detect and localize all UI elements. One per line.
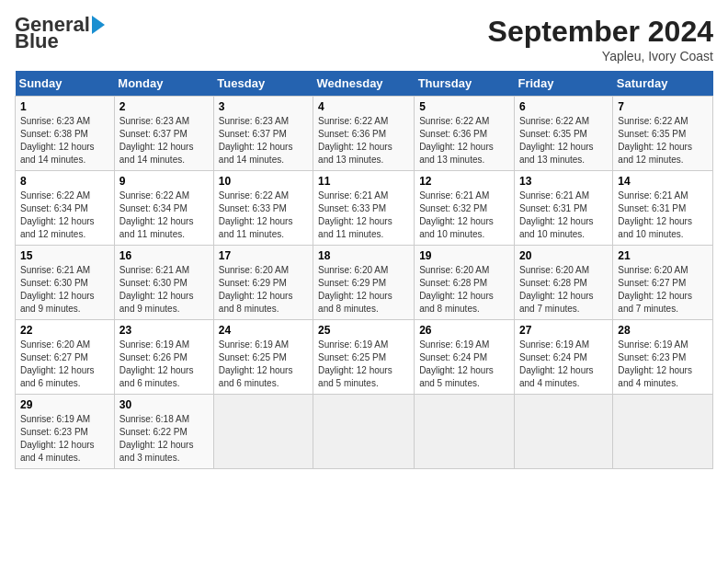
day-number: 29: [20, 398, 109, 411]
day-info: Sunrise: 6:23 AMSunset: 6:37 PMDaylight:…: [119, 116, 194, 165]
header-row: Sunday Monday Tuesday Wednesday Thursday…: [16, 71, 713, 97]
col-friday: Friday: [514, 71, 612, 97]
calendar-day-cell: 5 Sunrise: 6:22 AMSunset: 6:36 PMDayligh…: [415, 97, 515, 171]
col-saturday: Saturday: [613, 71, 713, 97]
col-monday: Monday: [114, 71, 213, 97]
day-number: 3: [219, 100, 308, 113]
day-info: Sunrise: 6:20 AMSunset: 6:28 PMDaylight:…: [519, 265, 594, 314]
day-info: Sunrise: 6:19 AMSunset: 6:25 PMDaylight:…: [219, 339, 293, 388]
calendar-day-cell: 2 Sunrise: 6:23 AMSunset: 6:37 PMDayligh…: [114, 97, 213, 171]
page-header: General Blue September 2024 Yapleu, Ivor…: [15, 15, 713, 63]
day-number: 4: [318, 100, 409, 113]
day-number: 11: [318, 175, 409, 188]
day-info: Sunrise: 6:19 AMSunset: 6:23 PMDaylight:…: [20, 414, 95, 463]
day-number: 12: [419, 175, 509, 188]
day-number: 16: [119, 249, 209, 262]
calendar-table: Sunday Monday Tuesday Wednesday Thursday…: [15, 71, 713, 469]
logo: General Blue: [15, 15, 105, 52]
calendar-day-cell: 6 Sunrise: 6:22 AMSunset: 6:35 PMDayligh…: [514, 97, 612, 171]
day-info: Sunrise: 6:19 AMSunset: 6:25 PMDaylight:…: [318, 339, 392, 388]
col-thursday: Thursday: [415, 71, 515, 97]
calendar-day-cell: 19 Sunrise: 6:20 AMSunset: 6:28 PMDaylig…: [415, 246, 515, 320]
calendar-day-cell: 13 Sunrise: 6:21 AMSunset: 6:31 PMDaylig…: [514, 171, 612, 246]
day-info: Sunrise: 6:22 AMSunset: 6:34 PMDaylight:…: [20, 190, 95, 239]
day-number: 30: [119, 398, 209, 411]
calendar-day-cell: 12 Sunrise: 6:21 AMSunset: 6:32 PMDaylig…: [415, 171, 515, 246]
logo-arrow-icon: [92, 16, 105, 34]
day-info: Sunrise: 6:22 AMSunset: 6:35 PMDaylight:…: [618, 116, 692, 165]
calendar-week-row: 8 Sunrise: 6:22 AMSunset: 6:34 PMDayligh…: [16, 171, 713, 246]
day-number: 24: [219, 324, 308, 337]
day-number: 18: [318, 249, 409, 262]
day-info: Sunrise: 6:19 AMSunset: 6:26 PMDaylight:…: [119, 339, 194, 388]
calendar-day-cell: 21 Sunrise: 6:20 AMSunset: 6:27 PMDaylig…: [613, 246, 713, 320]
calendar-day-cell: 26 Sunrise: 6:19 AMSunset: 6:24 PMDaylig…: [415, 320, 515, 395]
day-info: Sunrise: 6:20 AMSunset: 6:29 PMDaylight:…: [219, 265, 293, 314]
calendar-day-cell: 23 Sunrise: 6:19 AMSunset: 6:26 PMDaylig…: [114, 320, 213, 395]
calendar-day-cell: [415, 395, 515, 469]
day-number: 2: [119, 100, 209, 113]
calendar-day-cell: 22 Sunrise: 6:20 AMSunset: 6:27 PMDaylig…: [16, 320, 115, 395]
calendar-week-row: 29 Sunrise: 6:19 AMSunset: 6:23 PMDaylig…: [16, 395, 713, 469]
month-title: September 2024: [488, 15, 713, 49]
day-number: 13: [519, 175, 608, 188]
calendar-day-cell: 15 Sunrise: 6:21 AMSunset: 6:30 PMDaylig…: [16, 246, 115, 320]
calendar-day-cell: [514, 395, 612, 469]
day-number: 5: [419, 100, 509, 113]
logo-blue: Blue: [15, 31, 59, 52]
day-number: 15: [20, 249, 109, 262]
calendar-week-row: 22 Sunrise: 6:20 AMSunset: 6:27 PMDaylig…: [16, 320, 713, 395]
day-info: Sunrise: 6:19 AMSunset: 6:23 PMDaylight:…: [618, 339, 692, 388]
day-info: Sunrise: 6:18 AMSunset: 6:22 PMDaylight:…: [119, 414, 194, 463]
calendar-day-cell: 24 Sunrise: 6:19 AMSunset: 6:25 PMDaylig…: [213, 320, 313, 395]
day-number: 6: [519, 100, 608, 113]
day-number: 23: [119, 324, 209, 337]
calendar-day-cell: 1 Sunrise: 6:23 AMSunset: 6:38 PMDayligh…: [16, 97, 115, 171]
day-info: Sunrise: 6:20 AMSunset: 6:29 PMDaylight:…: [318, 265, 392, 314]
day-info: Sunrise: 6:22 AMSunset: 6:33 PMDaylight:…: [219, 190, 293, 239]
calendar-week-row: 15 Sunrise: 6:21 AMSunset: 6:30 PMDaylig…: [16, 246, 713, 320]
day-number: 21: [618, 249, 708, 262]
col-sunday: Sunday: [16, 71, 115, 97]
calendar-day-cell: 20 Sunrise: 6:20 AMSunset: 6:28 PMDaylig…: [514, 246, 612, 320]
col-tuesday: Tuesday: [213, 71, 313, 97]
day-info: Sunrise: 6:22 AMSunset: 6:36 PMDaylight:…: [318, 116, 392, 165]
location-title: Yapleu, Ivory Coast: [488, 49, 713, 63]
day-number: 19: [419, 249, 509, 262]
day-number: 8: [20, 175, 109, 188]
day-number: 27: [519, 324, 608, 337]
day-info: Sunrise: 6:22 AMSunset: 6:36 PMDaylight:…: [419, 116, 494, 165]
title-block: September 2024 Yapleu, Ivory Coast: [488, 15, 713, 63]
calendar-day-cell: [313, 395, 415, 469]
calendar-day-cell: 11 Sunrise: 6:21 AMSunset: 6:33 PMDaylig…: [313, 171, 415, 246]
day-info: Sunrise: 6:21 AMSunset: 6:31 PMDaylight:…: [519, 190, 594, 239]
day-number: 14: [618, 175, 708, 188]
day-number: 25: [318, 324, 409, 337]
day-number: 10: [219, 175, 308, 188]
col-wednesday: Wednesday: [313, 71, 415, 97]
calendar-day-cell: 8 Sunrise: 6:22 AMSunset: 6:34 PMDayligh…: [16, 171, 115, 246]
calendar-day-cell: 3 Sunrise: 6:23 AMSunset: 6:37 PMDayligh…: [213, 97, 313, 171]
day-info: Sunrise: 6:20 AMSunset: 6:27 PMDaylight:…: [20, 339, 95, 388]
day-info: Sunrise: 6:21 AMSunset: 6:31 PMDaylight:…: [618, 190, 692, 239]
day-number: 20: [519, 249, 608, 262]
calendar-day-cell: 16 Sunrise: 6:21 AMSunset: 6:30 PMDaylig…: [114, 246, 213, 320]
day-info: Sunrise: 6:23 AMSunset: 6:37 PMDaylight:…: [219, 116, 293, 165]
day-number: 22: [20, 324, 109, 337]
day-number: 1: [20, 100, 109, 113]
day-number: 7: [618, 100, 708, 113]
day-info: Sunrise: 6:21 AMSunset: 6:30 PMDaylight:…: [119, 265, 194, 314]
calendar-day-cell: 27 Sunrise: 6:19 AMSunset: 6:24 PMDaylig…: [514, 320, 612, 395]
calendar-day-cell: 17 Sunrise: 6:20 AMSunset: 6:29 PMDaylig…: [213, 246, 313, 320]
day-number: 17: [219, 249, 308, 262]
day-info: Sunrise: 6:22 AMSunset: 6:35 PMDaylight:…: [519, 116, 594, 165]
calendar-day-cell: 4 Sunrise: 6:22 AMSunset: 6:36 PMDayligh…: [313, 97, 415, 171]
calendar-day-cell: 14 Sunrise: 6:21 AMSunset: 6:31 PMDaylig…: [613, 171, 713, 246]
day-number: 26: [419, 324, 509, 337]
calendar-day-cell: 18 Sunrise: 6:20 AMSunset: 6:29 PMDaylig…: [313, 246, 415, 320]
day-info: Sunrise: 6:21 AMSunset: 6:33 PMDaylight:…: [318, 190, 392, 239]
day-info: Sunrise: 6:20 AMSunset: 6:27 PMDaylight:…: [618, 265, 692, 314]
day-info: Sunrise: 6:21 AMSunset: 6:32 PMDaylight:…: [419, 190, 494, 239]
calendar-day-cell: 9 Sunrise: 6:22 AMSunset: 6:34 PMDayligh…: [114, 171, 213, 246]
calendar-day-cell: 30 Sunrise: 6:18 AMSunset: 6:22 PMDaylig…: [114, 395, 213, 469]
